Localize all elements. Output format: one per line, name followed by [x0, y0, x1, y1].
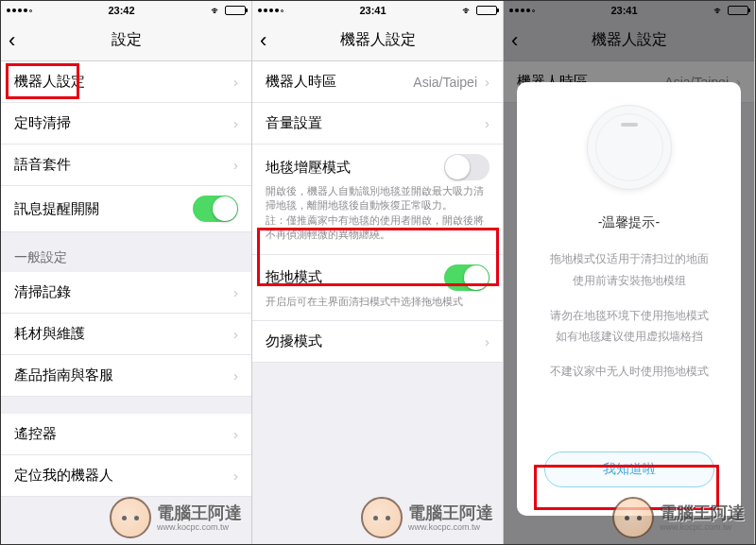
row-label: 勿擾模式 — [266, 332, 322, 350]
battery-icon — [476, 6, 497, 15]
row-label: 清掃記錄 — [14, 283, 71, 301]
chevron-right-icon: › — [485, 115, 490, 131]
row-scheduled-clean[interactable]: 定時清掃 › — [1, 103, 251, 145]
row-clean-history[interactable]: 清掃記錄 › — [1, 272, 251, 314]
row-mop-mode[interactable]: 拖地模式 开启后可在主界面清扫模式中选择拖地模式 — [252, 255, 503, 321]
row-description: 开启后可在主界面清扫模式中选择拖地模式 — [266, 295, 463, 309]
modal-title: -温馨提示- — [598, 214, 660, 231]
robot-vacuum-icon — [587, 105, 672, 190]
modal-tip: -温馨提示- 拖地模式仅适用于清扫过的地面使用前请安裝拖地模组 请勿在地毯环境下… — [517, 82, 741, 516]
row-guide-support[interactable]: 產品指南與客服 › — [1, 355, 251, 397]
row-carpet-boost[interactable]: 地毯增壓模式 開啟後，機器人自動識別地毯並開啟最大吸力清掃地毯，離開地毯後自動恢… — [252, 145, 503, 255]
toggle-carpet-boost[interactable] — [444, 154, 490, 180]
watermark-url: www.kocpc.com.tw — [157, 523, 242, 532]
nav-title: 設定 — [112, 30, 142, 50]
status-time: 23:41 — [359, 5, 386, 16]
row-label: 訊息提醒開關 — [14, 200, 99, 218]
button-label: 我知道啦 — [603, 461, 656, 478]
row-timezone[interactable]: 機器人時區 Asia/Taipei › — [252, 61, 503, 103]
back-icon[interactable]: ‹ — [260, 28, 266, 53]
watermark: 電腦王阿達 www.kocpc.com.tw — [110, 497, 242, 538]
chevron-right-icon: › — [233, 468, 238, 484]
battery-icon — [225, 6, 246, 15]
wifi-icon: ᯤ — [462, 5, 472, 16]
chevron-right-icon: › — [485, 333, 490, 349]
row-label: 遙控器 — [14, 425, 57, 443]
row-label: 音量設置 — [266, 114, 322, 132]
row-label: 定時清掃 — [14, 114, 71, 132]
back-icon[interactable]: ‹ — [9, 28, 15, 53]
modal-confirm-button[interactable]: 我知道啦 — [544, 451, 714, 487]
chevron-right-icon: › — [233, 426, 238, 442]
row-robot-settings[interactable]: 機器人設定 › — [1, 61, 251, 103]
watermark-avatar — [110, 497, 151, 538]
chevron-right-icon: › — [233, 115, 238, 131]
status-bar: 23:42 ᯤ — [1, 1, 251, 20]
watermark-url: www.kocpc.com.tw — [408, 523, 493, 532]
watermark-name: 電腦王阿達 — [157, 504, 242, 521]
watermark-name: 電腦王阿達 — [408, 504, 493, 521]
row-label: 耗材與維護 — [14, 325, 85, 343]
chevron-right-icon: › — [233, 74, 238, 90]
row-message-alert[interactable]: 訊息提醒開關 — [1, 186, 251, 232]
chevron-right-icon: › — [233, 157, 238, 173]
watermark: 電腦王阿達 www.kocpc.com.tw — [361, 497, 493, 538]
row-label: 語音套件 — [14, 156, 71, 174]
row-volume[interactable]: 音量設置 › — [252, 103, 503, 145]
toggle-mop-mode[interactable] — [444, 264, 490, 291]
section-header-general: 一般設定 — [1, 232, 251, 272]
screen-settings: 23:42 ᯤ ‹ 設定 機器人設定 › 定時清掃 › 語音套件 › 訊息提醒開… — [1, 1, 252, 544]
row-remote[interactable]: 遙控器 › — [1, 414, 251, 455]
nav-title: 機器人設定 — [340, 30, 416, 50]
row-label: 地毯增壓模式 — [266, 159, 351, 177]
nav-bar: ‹ 機器人設定 — [252, 20, 503, 61]
chevron-right-icon: › — [233, 284, 238, 300]
row-label: 產品指南與客服 — [14, 366, 113, 384]
screen-robot-settings: 23:41 ᯤ ‹ 機器人設定 機器人時區 Asia/Taipei › 音量設置… — [252, 1, 504, 544]
row-consumables[interactable]: 耗材與維護 › — [1, 314, 251, 355]
toggle-message-alert[interactable] — [193, 196, 238, 222]
chevron-right-icon: › — [485, 74, 490, 90]
row-voice-pack[interactable]: 語音套件 › — [1, 145, 251, 186]
status-bar: 23:41 ᯤ — [252, 1, 503, 20]
row-label: 機器人時區 — [266, 73, 336, 91]
screen-mop-modal: 23:41 ᯤ ‹ 機器人設定 機器人時區 Asia/Taipei › -温馨提… — [504, 1, 755, 544]
row-label: 拖地模式 — [266, 268, 322, 286]
watermark-avatar — [361, 497, 403, 538]
status-time: 23:42 — [108, 5, 134, 16]
row-value: Asia/Taipei — [413, 75, 477, 90]
modal-body: 拖地模式仅适用于清扫过的地面使用前请安裝拖地模组 请勿在地毯环境下使用拖地模式如… — [550, 248, 709, 396]
row-label: 定位我的機器人 — [14, 467, 113, 485]
wifi-icon: ᯤ — [211, 5, 221, 16]
row-locate-robot[interactable]: 定位我的機器人 › — [1, 455, 251, 497]
chevron-right-icon: › — [233, 367, 238, 383]
nav-bar: ‹ 設定 — [1, 20, 251, 61]
row-dnd[interactable]: 勿擾模式 › — [252, 321, 503, 363]
chevron-right-icon: › — [233, 326, 238, 342]
row-description: 開啟後，機器人自動識別地毯並開啟最大吸力清掃地毯，離開地毯後自動恢復正常吸力。 … — [266, 184, 490, 243]
row-label: 機器人設定 — [14, 73, 85, 91]
